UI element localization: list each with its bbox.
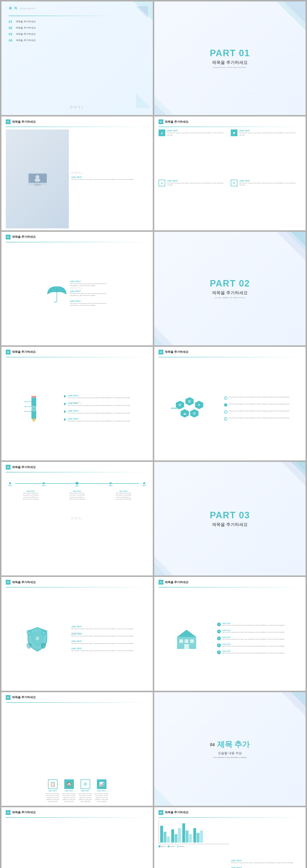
num-label-03b-1: ADD TEXT [222,629,284,631]
bar-1-0 [171,829,174,842]
timeline-pt-3: 2018 [109,478,113,486]
part04-subtext: True mastery of any skill takes a lifeti… [210,756,250,758]
shield-label-1: ADD TEXT [71,632,148,635]
tl-desc-2: Don't aim for success if you want it, ju… [115,492,132,500]
bar-0-1 [164,832,166,842]
hex-4: ⚙ [190,409,199,417]
shield-item-2: ADD TEXT Don't aim for success if you wa… [71,640,148,644]
tl-dot-1 [43,482,45,484]
section-title-04a: 제목을 추가하세요 [12,810,36,814]
section-underline-01c [6,242,148,242]
section-title-03a: 제목을 추가하세요 [12,580,36,584]
tl-desc-1: Don't aim for success if you want it, ju… [69,492,86,500]
icon-item-01b-0: ▲ ADD TEXT Don't aim for success if you … [159,129,229,178]
iconrow-label-0: ADD TEXT [48,790,57,792]
svg-rect-48 [185,639,188,643]
section-header-04a: 04 제목을 추가하세요 [6,810,148,815]
photo-content-01a: ADD TEXT Don't aim for success if you wa… [6,129,148,228]
bar-2-0 [182,823,185,842]
bar-1-2 [178,828,181,842]
part03-deco-tr [277,462,306,491]
shield-label-3: ADD TEXT [71,647,148,650]
section-underline-02c [6,472,148,472]
pencil-layout: ADD TEXT Don't aim for success if you wa… [6,360,148,459]
num-label-03b-3: ADD TEXT [222,644,284,645]
part04-deco-tr [277,692,306,721]
shield-layout: ⚙ ☁ ⚙ ♡ ↗ ADD TEXT Don't aim for success… [6,590,148,689]
section-header-01a: 01 제목을 추가하세요 [6,119,148,124]
slide-toc: 목 차 CONTENTS 01 제목을 추가하세요 02 제목을 추가하세요 0… [1,1,153,115]
slide-04b: 04 제목을 추가하세요 [154,807,306,868]
svg-rect-49 [190,639,194,643]
umbrella-label-1: ADD TEXT [70,290,108,292]
part03-title: 제목을 추가하세요 [210,522,250,527]
section-title-03c: 제목을 추가하세요 [12,695,36,700]
section-header-04b: 04 제목을 추가하세요 [159,810,301,815]
umbrella-desc-1: Don't aim for success if you want it, ju… [70,292,108,297]
chart-label-0: ADD TEXT [231,859,302,862]
slide-part02: PART 02 제목을 추가하세요 CLICK HERE TO ADD TITL… [154,232,306,345]
section-underline-04b [159,817,301,818]
checklist-items: ✓ Only the road is right, do not be afra… [224,360,301,459]
icon-sq-0: 📋 [48,779,58,789]
icon-desc-01b-2: Don't aim for success if you want it, ju… [167,182,229,186]
num-badge-4: 5 [217,650,221,654]
arrow-label-02a-1: ADD TEXT [68,402,130,404]
timeline-pt-1: 2016 [42,478,45,486]
check-circle-1: ✓ [224,403,227,407]
tl-dot-3 [110,482,111,484]
toc-text-03: 제목을 추가하세요 [16,32,36,36]
section-badge-03c: 03 [6,695,10,700]
svg-marker-46 [177,630,196,637]
section-title-02b: 제목을 추가하세요 [165,350,189,354]
check-item-2: ✓ Only the road is right, do not be afra… [224,410,301,413]
slide-02a: PPTr 02 제목을 추가하세요 [1,347,153,460]
svg-text:⚙: ⚙ [42,632,44,634]
slide-04-title: 04 제목 추가 진술할 내용 작성 True mastery of any s… [154,692,306,806]
slide-02b: 02 제목을 추가하세요 ⚙ ⊞ ✦ ☁ ⚙ [154,347,306,460]
section-header-01c: 01 제목을 추가하세요 [6,235,148,240]
umbrella-label-2: ADD TEXT [70,300,108,302]
tl-year-2: 2017 [75,485,79,487]
section-badge-01c: 01 [6,235,10,240]
svg-marker-55 [154,786,173,806]
svg-rect-10 [34,184,41,185]
shield-item-1: ADD TEXT Don't aim for success if you wa… [71,632,148,637]
tl-label-0: ADD TEXT [22,491,39,492]
num-badge-2: 3 [217,637,221,640]
shield-area: ⚙ ☁ ⚙ ♡ ↗ [6,590,69,689]
check-text-0: Only the road is right, do not be afraid… [229,396,289,398]
section-badge-04b: 04 [159,810,163,815]
section-badge-02c: 02 [6,465,10,469]
icon-sq-3: 📊 [97,779,106,789]
icon-col-0: 📋 ADD TEXT Don't aim for success if you … [45,779,60,803]
arrow-1 [64,403,66,405]
chart-desc-0: Don't aim for success if you want it, ju… [231,862,302,864]
num-item-03b-4: 5 ADD TEXT Don't aim for success if you … [217,650,301,654]
arrow-desc-02a-3: Don't aim for success if you want it, ju… [68,420,130,422]
part02-subtitle: CLICK HERE TO ADD TITLE [210,297,250,299]
toc-num-01: 01 [9,20,16,24]
section-title-04b: 제목을 추가하세요 [165,810,189,814]
legend-label-2: Series3 [179,846,184,847]
part01-num: PART 01 [210,48,250,58]
arrow-desc-02a-1: Don't aim for success if you want it, ju… [68,404,130,406]
arrow-label-02a-0: ADD TEXT [68,394,130,397]
svg-text:☁: ☁ [28,632,30,634]
check-text-2: Only the road is right, do not be afraid… [229,410,289,412]
num-badge-0: 1 [217,623,221,626]
timeline-pt-4: 2019 [142,478,146,486]
shield-text-items: ADD TEXT Don't aim for success if you wa… [71,590,148,689]
chart-label-1: ADD TEXT [231,867,302,868]
chart-legend: Series1 Series2 Series3 [159,845,229,847]
bar-2-1 [185,831,189,842]
tl-year-3: 2018 [109,485,113,486]
part02-title: 제목을 추가하세요 [210,290,250,296]
toc-num-03: 03 [9,32,16,36]
bar-chart-04b [159,820,229,844]
arrow-3 [64,418,66,421]
bar-group-1 [171,828,181,842]
section-badge-03a: 03 [6,580,10,585]
bar-group-3 [193,828,203,842]
toc-item-04: 04 제목을 추가하세요 [9,38,145,42]
